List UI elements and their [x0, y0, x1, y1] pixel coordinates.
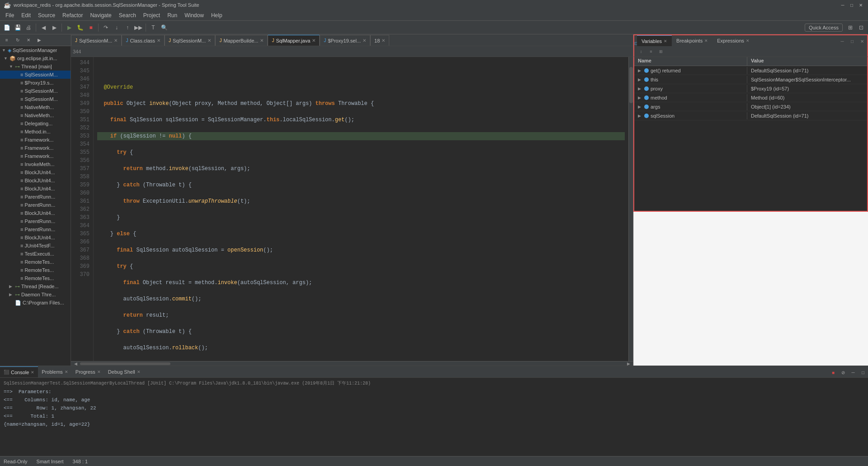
- tree-item-sqlsession2[interactable]: ≡ SqlSessionM...: [0, 87, 71, 95]
- expand-arrow-this[interactable]: ▶: [638, 77, 642, 82]
- vars-toolbar-btn1[interactable]: ↕: [636, 47, 646, 57]
- resume-btn[interactable]: ▶▶: [133, 23, 143, 33]
- console-tab-debug-shell[interactable]: Debug Shell ✕: [104, 366, 144, 377]
- hscroll-right[interactable]: ▶: [624, 362, 633, 366]
- open-perspective-btn[interactable]: ⊡: [856, 23, 866, 33]
- menu-edit[interactable]: Edit: [18, 11, 34, 19]
- tree-item-daemon[interactable]: ▶ ⊶ Daemon Thre...: [0, 290, 71, 299]
- vars-toolbar-btn3[interactable]: ⊞: [656, 47, 666, 57]
- tree-item-parent4[interactable]: ≡ ParentRunn...: [0, 225, 71, 233]
- menu-refactor[interactable]: Refactor: [59, 11, 86, 19]
- hscroll-thumb[interactable]: [80, 362, 170, 365]
- tab-close-1[interactable]: ✕: [114, 38, 118, 43]
- debug-btn[interactable]: 🐛: [75, 23, 85, 33]
- editor-tab-5[interactable]: J SqlMapper.java ✕: [268, 35, 320, 46]
- vars-tab-expressions[interactable]: Expressions ✕: [712, 35, 754, 46]
- forward-btn[interactable]: ▶: [49, 23, 59, 33]
- vars-row-method[interactable]: ▶ method Method (id=60): [634, 93, 867, 102]
- tree-item-fw1[interactable]: ≡ Framework...: [0, 136, 71, 144]
- console-problems-close[interactable]: ✕: [65, 370, 68, 374]
- menu-help[interactable]: Help: [208, 11, 226, 19]
- tree-item-parent3[interactable]: ≡ ParentRunn...: [0, 217, 71, 225]
- tree-item-thread-main[interactable]: ▼ ⊶ Thread [main]: [0, 62, 71, 71]
- stop-btn[interactable]: ■: [86, 23, 96, 33]
- minimize-button[interactable]: ─: [839, 1, 846, 9]
- vars-row-this[interactable]: ▶ this SqlSessionManager$SqlSessionInter…: [634, 75, 867, 84]
- print-btn[interactable]: 🖨: [24, 23, 33, 33]
- step-into-btn[interactable]: ↓: [112, 23, 122, 33]
- hscroll-left[interactable]: ◀: [71, 362, 80, 366]
- tree-item-block5[interactable]: ≡ BlockJUnit4...: [0, 233, 71, 242]
- collapse-all-btn[interactable]: ≡: [2, 35, 12, 45]
- menu-project[interactable]: Project: [140, 11, 164, 19]
- console-debug-shell-close[interactable]: ✕: [137, 370, 141, 374]
- resume-all-btn[interactable]: ▶: [34, 35, 44, 45]
- tree-item-proxy-frame[interactable]: ≡ $Proxy19.s...: [0, 79, 71, 87]
- menu-search[interactable]: Search: [115, 11, 140, 19]
- vars-minimize[interactable]: ─: [837, 36, 847, 46]
- search-toolbar-btn[interactable]: 🔍: [159, 23, 169, 33]
- tree-item-fw3[interactable]: ≡ Framework...: [0, 152, 71, 160]
- expand-arrow-proxy[interactable]: ▶: [638, 86, 642, 91]
- tree-item-method[interactable]: ≡ Method.in...: [0, 128, 71, 136]
- console-progress-close[interactable]: ✕: [97, 370, 101, 374]
- perspective-btn[interactable]: ⊞: [845, 23, 855, 33]
- tree-item-org[interactable]: ▼ 📦 org.eclipse.jdt.in...: [0, 54, 71, 62]
- console-tab-close[interactable]: ✕: [31, 370, 34, 375]
- vars-row-get-returned[interactable]: ▶ get() returned DefaultSqlSession (id=7…: [634, 66, 867, 75]
- menu-window[interactable]: Window: [181, 11, 208, 19]
- expand-arrow-sqlsession[interactable]: ▶: [638, 114, 642, 118]
- quick-access-button[interactable]: Quick Access: [805, 24, 843, 32]
- step-over-btn[interactable]: ↷: [101, 23, 111, 33]
- tree-item-invoke[interactable]: ≡ InvokeMeth...: [0, 160, 71, 168]
- code-content[interactable]: @Override public Object invoke(Object pr…: [94, 57, 628, 361]
- expand-arrow-method[interactable]: ▶: [638, 95, 642, 100]
- expand-arrow-get-returned[interactable]: ▶: [638, 68, 642, 73]
- editor-tab-1[interactable]: J SqlSessionM... ✕: [71, 35, 122, 46]
- editor-tab-2[interactable]: J Class.class ✕: [122, 35, 165, 46]
- vars-tab-variables[interactable]: Variables ✕: [637, 35, 672, 46]
- tree-item-block4[interactable]: ≡ BlockJUnit4...: [0, 209, 71, 217]
- editor-tab-4[interactable]: J MapperBuilde... ✕: [215, 35, 268, 46]
- expand-arrow-args[interactable]: ▶: [638, 105, 642, 109]
- console-minimize[interactable]: ─: [848, 367, 858, 377]
- vars-close[interactable]: ✕: [857, 36, 867, 46]
- tree-item-remote3[interactable]: ≡ RemoteTes...: [0, 274, 71, 282]
- tree-item-native1[interactable]: ≡ NativeMeth...: [0, 103, 71, 111]
- close-button[interactable]: ✕: [857, 1, 864, 9]
- tree-item-parent2[interactable]: ≡ ParentRunn...: [0, 201, 71, 209]
- tree-item-sqlsession-frame[interactable]: ≡ SqlSessionM...: [0, 71, 71, 79]
- tree-item-block3[interactable]: ≡ BlockJUnit4...: [0, 185, 71, 193]
- tree-item-delegating[interactable]: ≡ Delegating...: [0, 119, 71, 128]
- console-maximize[interactable]: □: [858, 367, 868, 377]
- code-area[interactable]: 344 345 346 347 348 349 350 351 352 353 …: [71, 57, 628, 361]
- vars-row-args[interactable]: ▶ args Object[1] (id=234): [634, 102, 867, 111]
- console-tab-progress[interactable]: Progress ✕: [72, 366, 104, 377]
- open-type-btn[interactable]: T: [148, 23, 158, 33]
- step-out-btn[interactable]: ↑: [123, 23, 132, 33]
- menu-run[interactable]: Run: [164, 11, 181, 19]
- maximize-button[interactable]: □: [848, 1, 855, 9]
- editor-tab-overflow[interactable]: 18 ✕: [370, 35, 389, 46]
- tree-item-thread-reader[interactable]: ▶ ⊶ Thread [Reade...: [0, 282, 71, 290]
- console-terminate[interactable]: ■: [828, 367, 838, 377]
- tree-item-cprogram[interactable]: 📄 C:\Program Files...: [0, 299, 71, 307]
- disconnect-btn[interactable]: ✕: [24, 35, 33, 45]
- tab-close-3[interactable]: ✕: [208, 38, 211, 43]
- tree-item-block1[interactable]: ≡ BlockJUnit4...: [0, 168, 71, 176]
- tab-close-4[interactable]: ✕: [260, 38, 264, 43]
- tree-item-remote1[interactable]: ≡ RemoteTes...: [0, 258, 71, 266]
- menu-file[interactable]: File: [2, 11, 18, 19]
- tree-item-fw2[interactable]: ≡ Framework...: [0, 144, 71, 152]
- menu-source[interactable]: Source: [34, 11, 59, 19]
- editor-hscrollbar[interactable]: ◀ ▶: [71, 361, 633, 366]
- editor-tab-3[interactable]: J SqlSessionM... ✕: [165, 35, 215, 46]
- run-btn[interactable]: ▶: [64, 23, 74, 33]
- tab-close-6[interactable]: ✕: [363, 38, 366, 43]
- back-btn[interactable]: ◀: [38, 23, 48, 33]
- vars-row-proxy[interactable]: ▶ proxy $Proxy19 (id=57): [634, 84, 867, 93]
- vars-tab-variables-close[interactable]: ✕: [664, 39, 667, 43]
- menu-navigate[interactable]: Navigate: [86, 11, 115, 19]
- vars-tab-breakpoints-close[interactable]: ✕: [704, 38, 708, 43]
- new-btn[interactable]: 📄: [2, 23, 12, 33]
